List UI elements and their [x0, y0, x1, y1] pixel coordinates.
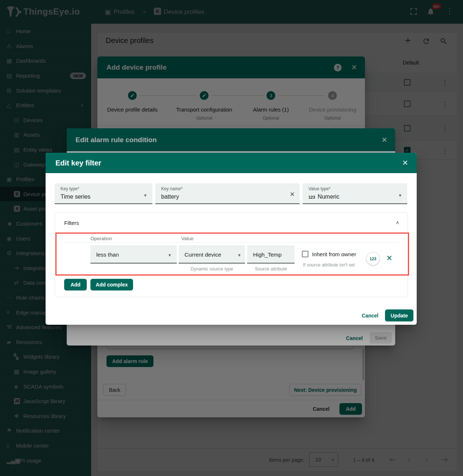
edit-key-filter-cancel-button[interactable]: Cancel	[359, 310, 381, 321]
edit-key-filter-header: Edit key filter ×	[46, 153, 417, 173]
inherit-from-owner-checkbox[interactable]	[302, 251, 308, 257]
source-attribute-hint: Source attribute	[247, 266, 295, 272]
key-name-value: battery	[161, 194, 179, 200]
operation-value: less than	[96, 251, 119, 258]
close-icon[interactable]: ×	[402, 158, 408, 167]
remove-filter-icon[interactable]: ×	[386, 253, 392, 264]
edit-key-filter-title: Edit key filter	[55, 159, 101, 167]
operation-column-label: Operation	[90, 236, 112, 241]
chevron-down-icon: ▼	[168, 253, 172, 257]
clear-icon[interactable]: ×	[290, 190, 295, 199]
operation-select[interactable]: less than ▼	[90, 245, 177, 264]
key-type-select[interactable]: Key type* Time series ▼	[55, 183, 152, 204]
filter-add-button[interactable]: Add	[64, 279, 87, 290]
key-name-input[interactable]: Key name* battery ×	[155, 183, 300, 204]
chevron-down-icon: ▼	[398, 193, 402, 198]
filters-collapse-icon[interactable]: ∧	[396, 219, 399, 225]
dynamic-source-type-select[interactable]: Current device ▼	[179, 245, 245, 264]
inherit-hint: If source attribute isn't set	[303, 262, 355, 268]
key-name-label: Key name*	[161, 186, 183, 191]
chevron-down-icon: ▼	[143, 193, 147, 198]
value-column-label: Value	[181, 236, 194, 241]
chevron-down-icon: ▼	[237, 253, 241, 257]
value-type-value: Numeric	[318, 194, 339, 200]
value-type-select[interactable]: Value type* 123 Numeric ▼	[303, 183, 407, 204]
filters-title: Filters	[64, 220, 79, 226]
filter-add-complex-button[interactable]: Add complex	[90, 279, 133, 290]
key-type-value: Time series	[61, 194, 90, 200]
value-type-label: Value type*	[308, 186, 331, 191]
edit-key-filter-update-button[interactable]: Update	[385, 309, 413, 321]
source-attribute-value: High_Temp	[253, 251, 281, 258]
source-attribute-input[interactable]: High_Temp	[247, 245, 295, 264]
key-type-label: Key type*	[61, 186, 79, 191]
numeric-type-icon: 123	[308, 195, 315, 199]
inherit-from-owner-label[interactable]: Inherit from owner	[312, 251, 356, 257]
app-root: ThingsEye.io ▣ Profiles > D Device profi…	[0, 0, 463, 476]
numeric-value-badge: 123	[367, 253, 379, 265]
dynamic-source-hint: Dynamic source type	[179, 266, 245, 272]
dynamic-source-value: Current device	[184, 251, 221, 258]
edit-key-filter-modal: Edit key filter × Key type* Time series …	[46, 153, 417, 325]
